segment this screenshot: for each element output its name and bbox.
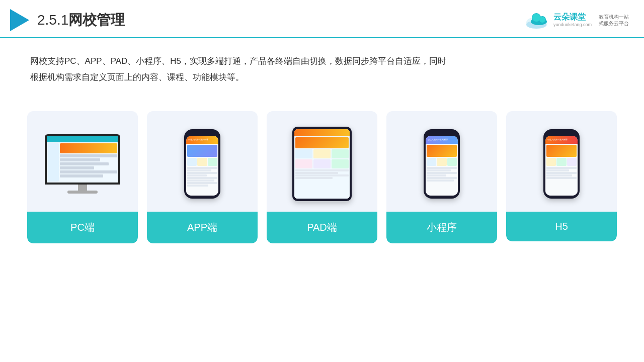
miniprogram-phone-icon: 职达人的第一堂判断课 bbox=[424, 129, 460, 199]
page-title: 2.5.1网校管理 bbox=[37, 11, 125, 30]
pad-label: PAD端 bbox=[267, 212, 377, 243]
h5-label: H5 bbox=[506, 212, 617, 241]
pc-image-area bbox=[27, 111, 138, 212]
description-text: 网校支持PC、APP、PAD、小程序、H5，实现多端打通，产品各终端自由切换，数… bbox=[0, 38, 483, 96]
device-card-miniprogram: 职达人的第一堂判断课 bbox=[386, 111, 497, 243]
logo-url: yunduoketang.com bbox=[553, 22, 592, 27]
logo-text: 云朵课堂 yunduoketang.com bbox=[553, 13, 592, 27]
header: 2.5.1网校管理 云朵课堂 yunduoketang.com 教育机构一站 式… bbox=[0, 0, 644, 38]
svg-point-7 bbox=[532, 14, 540, 22]
logo-area: 云朵课堂 yunduoketang.com 教育机构一站 式服务云平台 bbox=[523, 12, 629, 29]
app-phone-icon: 职达人的第一堂判断课 bbox=[184, 129, 220, 199]
logo-slogan: 教育机构一站 式服务云平台 bbox=[599, 14, 629, 27]
device-card-h5: 职达人的第一堂判断课 bbox=[506, 111, 617, 241]
h5-image-area: 职达人的第一堂判断课 bbox=[506, 111, 617, 212]
logo-name: 云朵课堂 bbox=[553, 13, 586, 21]
device-card-app: 职达人的第一堂判断课 bbox=[147, 111, 258, 243]
app-label: APP端 bbox=[147, 212, 258, 243]
pc-label: PC端 bbox=[27, 212, 138, 243]
header-left: 2.5.1网校管理 bbox=[10, 9, 125, 31]
svg-point-8 bbox=[539, 17, 545, 23]
device-card-pc: PC端 bbox=[27, 111, 138, 243]
miniprogram-image-area: 职达人的第一堂判断课 bbox=[386, 111, 497, 212]
pad-device-icon bbox=[292, 127, 352, 201]
device-card-pad: PAD端 bbox=[267, 111, 377, 243]
h5-phone-icon: 职达人的第一堂判断课 bbox=[543, 129, 580, 199]
app-image-area: 职达人的第一堂判断课 bbox=[147, 111, 258, 212]
devices-container: PC端 职达人的第一堂判断课 bbox=[0, 96, 644, 243]
pad-image-area bbox=[267, 111, 377, 212]
pc-monitor-icon bbox=[45, 134, 120, 194]
cloud-logo-icon bbox=[523, 12, 549, 29]
miniprogram-label: 小程序 bbox=[386, 212, 497, 243]
play-icon bbox=[10, 9, 29, 31]
section-number: 2.5.1 bbox=[37, 12, 68, 28]
title-chinese: 网校管理 bbox=[68, 12, 125, 28]
